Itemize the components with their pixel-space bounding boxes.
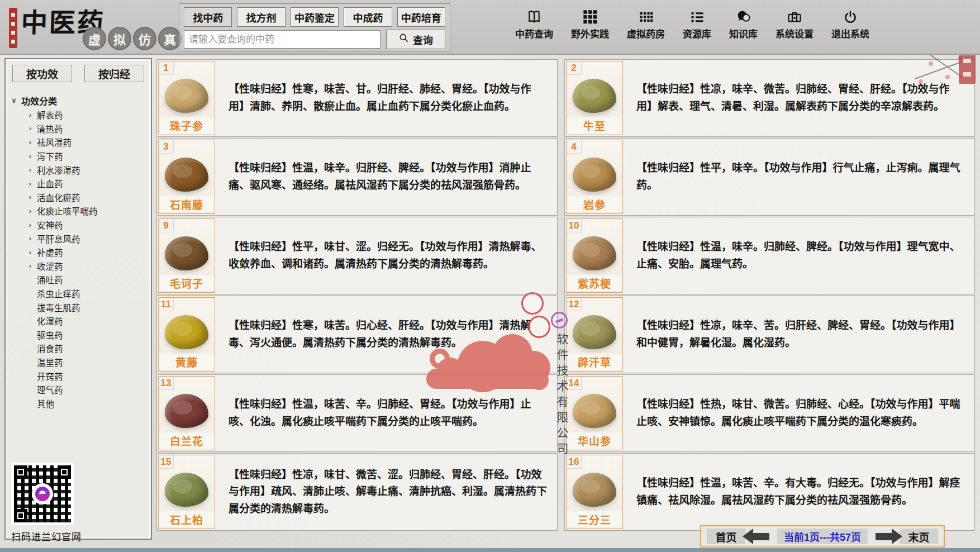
category-label: 温里药 (37, 356, 63, 368)
category-label: 其他 (37, 397, 54, 410)
sidebar-category[interactable]: 消食药 (10, 341, 149, 355)
nav-野外实践[interactable]: 野外实践 (571, 8, 609, 40)
nav-资源库[interactable]: 资源库 (683, 8, 711, 40)
herb-photo (573, 79, 616, 112)
herb-number: 16 (567, 455, 582, 469)
sidebar-category[interactable]: ›平肝息风药 (10, 231, 149, 245)
sidebar-category[interactable]: 温里药 (10, 355, 149, 369)
sidebar-category[interactable]: ›活血化瘀药 (10, 191, 149, 204)
herb-thumbnail[interactable]: 14 华山参 (566, 376, 623, 450)
herb-description: 【性味归经】性寒，味苦。归心经、肝经。【功效与作用】清热解毒、泻火通便。属清热药… (229, 296, 547, 373)
herb-description: 【性味归经】性凉，味甘、微苦、涩。归肺经、胃经、肝经。【功效与作用】疏风、清肺止… (229, 454, 547, 530)
sidebar-category[interactable]: 拔毒生肌药 (10, 300, 149, 314)
herb-thumbnail[interactable]: 10 紫苏梗 (566, 218, 623, 293)
sidebar-category[interactable]: ›解表药 (10, 108, 149, 122)
search-tabs: 找中药找方剂中药鉴定中成药中药培育 (184, 7, 445, 27)
sidebar-category[interactable]: ›利水渗湿药 (10, 163, 149, 177)
herb-card[interactable]: 16 三分三 【性味归经】性温，味苦、辛。有大毒。归经无。【功效与作用】解痉镇痛… (564, 453, 975, 531)
herb-thumbnail[interactable]: 4 岩参 (566, 140, 623, 214)
herb-card[interactable]: 15 石上柏 【性味归经】性凉，味甘、微苦、涩。归肺经、胃经、肝经。【功效与作用… (156, 453, 558, 531)
search-button[interactable]: 查询 (386, 30, 445, 49)
category-label: 补虚药 (37, 246, 63, 258)
herb-description: 【性味归经】性温，味辛。归肝经、脾经。【功效与作用】消肿止痛、驱风寒、通经络。属… (229, 139, 547, 215)
last-page-button[interactable]: 末页 (900, 529, 938, 544)
sidebar-category[interactable]: 杀虫止痒药 (10, 287, 149, 301)
herb-description: 【性味归经】性寒，味苦、甘。归肝经、肺经、胃经。【功效与作用】清肺、养阴、散瘀止… (229, 60, 547, 136)
book-icon (526, 8, 542, 25)
herb-number: 3 (159, 140, 174, 154)
herb-thumbnail[interactable]: 1 珠子参 (158, 61, 215, 135)
nav-虚拟药房[interactable]: 虚拟药房 (627, 8, 665, 40)
herb-card[interactable]: 9 毛诃子 【性味归经】性平，味甘、涩。归经无。【功效与作用】清热解毒、收敛养血… (156, 217, 558, 294)
herb-card[interactable]: 12 辟汗草 【性味归经】性凉，味辛、苦。归肝经、脾经、胃经。【功效与作用】和中… (564, 296, 975, 373)
sidebar-category[interactable]: 涌吐药 (10, 273, 149, 287)
herb-thumbnail[interactable]: 13 白兰花 (158, 376, 215, 450)
herb-card[interactable]: 11 黄藤 【性味归经】性寒，味苦。归心经、肝经。【功效与作用】清热解毒、泻火通… (156, 296, 558, 373)
sidebar-category[interactable]: 驱虫药 (10, 328, 149, 342)
search-tab[interactable]: 中药培育 (397, 7, 445, 27)
sidebar-category[interactable]: 其他 (10, 396, 149, 410)
herb-thumbnail[interactable]: 15 石上柏 (158, 455, 215, 529)
qr-code (11, 463, 74, 525)
nav-系统设置[interactable]: 系统设置 (776, 8, 814, 40)
chevron-right-icon: › (27, 111, 34, 119)
sidebar-category[interactable]: ›收涩药 (10, 259, 149, 273)
search-tab[interactable]: 中药鉴定 (291, 7, 339, 27)
previous-page-arrow[interactable] (753, 533, 769, 540)
tree-root-node[interactable]: ∨ 功效分类 (10, 93, 149, 108)
category-label: 拔毒生肌药 (37, 301, 80, 313)
sidebar-category[interactable]: ›止血药 (10, 177, 149, 191)
herb-list-left-column: 1 珠子参 【性味归经】性寒，味苦、甘。归肝经、肺经、胃经。【功效与作用】清肺、… (156, 59, 558, 531)
herb-number: 4 (567, 140, 582, 154)
qr-center-logo-icon (32, 483, 53, 505)
chevron-right-icon: › (27, 248, 34, 256)
filter-by-meridian-button[interactable]: 按归经 (84, 65, 144, 82)
sidebar-category[interactable]: 理气药 (10, 383, 149, 397)
sidebar-category[interactable]: ›化痰止咳平喘药 (10, 204, 149, 218)
herb-card[interactable]: 13 白兰花 【性味归经】性温，味苦、辛。归肺经、胃经。【功效与作用】止咳、化浊… (156, 374, 558, 452)
chevron-right-icon: › (27, 207, 34, 215)
nav-知识库[interactable]: 知识库 (729, 8, 758, 40)
herb-photo (165, 394, 208, 427)
sidebar-category[interactable]: ›补虚药 (10, 245, 149, 259)
sidebar-category[interactable]: 化湿药 (10, 314, 149, 328)
herb-name: 辟汗草 (567, 354, 622, 370)
sidebar-category[interactable]: 开窍药 (10, 369, 149, 383)
sidebar-category[interactable]: ›泻下药 (10, 149, 149, 163)
chevron-right-icon: › (27, 221, 34, 229)
herb-number: 13 (159, 377, 174, 390)
herb-card[interactable]: 14 华山参 【性味归经】性热，味甘、微苦。归肺经、心经。【功效与作用】平喘止咳… (564, 374, 975, 452)
search-tab[interactable]: 中成药 (344, 7, 392, 27)
herb-card[interactable]: 4 岩参 【性味归经】性平，味辛。【功效与作用】行气止痛，止泻痢。属理气药。 (564, 138, 975, 216)
toolbox-icon (787, 8, 802, 25)
nav-退出系统[interactable]: 退出系统 (831, 8, 869, 40)
nav-中药查询[interactable]: 中药查询 (515, 8, 553, 40)
herb-thumbnail[interactable]: 16 三分三 (566, 455, 623, 529)
herb-card[interactable]: 10 紫苏梗 【性味归经】性温，味辛。归肺经、脾经。【功效与作用】理气宽中、止痛… (564, 217, 975, 294)
herb-name: 毛诃子 (159, 275, 215, 291)
category-label: 止血药 (37, 177, 63, 189)
sidebar-category[interactable]: ›清热药 (10, 122, 149, 136)
herb-card[interactable]: 3 石南藤 【性味归经】性温，味辛。归肝经、脾经。【功效与作用】消肿止痛、驱风寒… (156, 138, 558, 216)
sidebar-category[interactable]: ›祛风湿药 (10, 135, 149, 149)
decorative-red-stamp (959, 51, 976, 84)
search-tab[interactable]: 找中药 (184, 7, 232, 27)
next-page-arrow[interactable] (876, 533, 892, 540)
sidebar-category[interactable]: ›安神药 (10, 218, 149, 232)
herb-card[interactable]: 1 珠子参 【性味归经】性寒，味苦、甘。归肝经、肺经、胃经。【功效与作用】清肺、… (156, 59, 558, 137)
search-tab[interactable]: 找方剂 (237, 7, 285, 27)
first-page-button[interactable]: 首页 (707, 529, 745, 544)
logo-subtitle-char: 真 (158, 27, 182, 50)
nav-label: 系统设置 (776, 26, 814, 40)
list-icon (689, 8, 705, 25)
herb-thumbnail[interactable]: 9 毛诃子 (158, 218, 215, 293)
herb-list-right-column: 2 牛至 【性味归经】性凉，味辛、微苦。归肺经、胃经、肝经。【功效与作用】解表、… (564, 59, 975, 531)
filter-by-effect-button[interactable]: 按功效 (12, 65, 72, 82)
herb-thumbnail[interactable]: 12 辟汗草 (566, 297, 623, 372)
herb-number: 11 (159, 298, 174, 311)
herb-thumbnail[interactable]: 11 黄藤 (158, 297, 215, 372)
herb-thumbnail[interactable]: 3 石南藤 (158, 140, 215, 214)
herb-thumbnail[interactable]: 2 牛至 (566, 61, 623, 135)
herb-card[interactable]: 2 牛至 【性味归经】性凉，味辛、微苦。归肺经、胃经、肝经。【功效与作用】解表、… (564, 59, 975, 137)
search-input[interactable] (184, 30, 380, 49)
